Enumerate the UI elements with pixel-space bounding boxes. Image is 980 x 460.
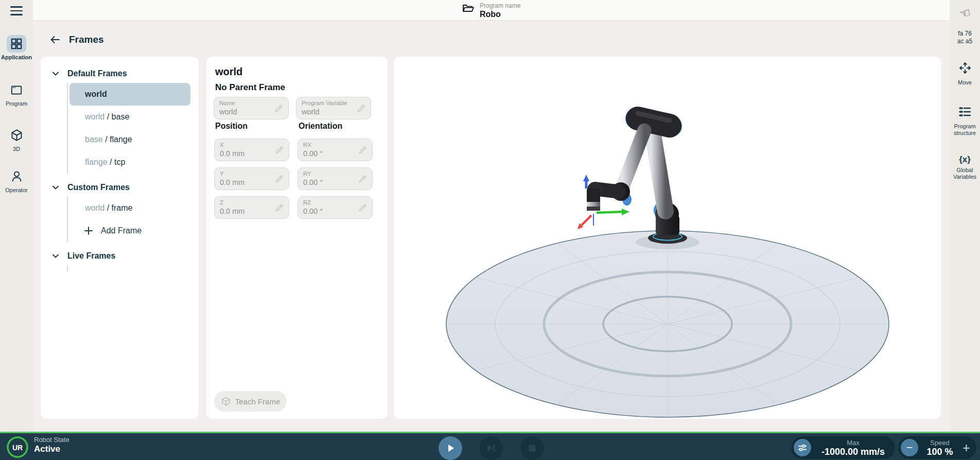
sidebar-item-3d[interactable]: 3D	[0, 126, 33, 152]
tcp-y-axis-arrow	[622, 209, 629, 215]
robot-3d-viewport[interactable]	[394, 57, 941, 419]
sidebar-item-label: Operator	[0, 187, 33, 193]
edit-pencil-icon	[358, 145, 368, 155]
sidebar-item-operator[interactable]: Operator	[0, 167, 33, 193]
panel-tab-global-variables[interactable]: {x} Global Variables	[950, 155, 980, 180]
speed-value: 100 %	[918, 447, 961, 457]
list-structure-icon	[958, 112, 972, 121]
tree-item-world-frame[interactable]: world / frame	[68, 197, 199, 219]
cube-3d-icon	[7, 126, 26, 144]
robot-id-line1: fa 76	[950, 30, 980, 38]
minus-icon: −	[906, 442, 913, 453]
panel-tab-program-structure[interactable]: Program structure	[950, 105, 980, 137]
robot-id-badge: fa 76 ac a5	[950, 30, 980, 45]
operator-person-icon	[7, 167, 26, 185]
sidebar-item-program[interactable]: Program	[0, 81, 33, 107]
robot-state-label: Robot State	[34, 436, 69, 444]
program-name-label: Program name	[480, 2, 520, 9]
hamburger-menu-icon[interactable]	[9, 5, 24, 17]
position-x-field[interactable]: X 0.0 mm	[214, 139, 289, 161]
program-name-value: Robo	[480, 9, 520, 19]
sliders-icon	[797, 442, 808, 453]
program-window-icon	[7, 81, 26, 99]
edit-pencil-icon	[274, 174, 285, 184]
tree-item-world[interactable]: world	[69, 83, 190, 106]
move-arrows-icon	[958, 68, 972, 77]
play-button[interactable]	[439, 436, 462, 460]
edit-pencil-icon	[274, 103, 284, 113]
play-icon	[445, 443, 456, 453]
chevron-down-icon	[51, 183, 60, 192]
svg-text:UR: UR	[12, 444, 23, 452]
ur-logo[interactable]: UR	[6, 436, 29, 460]
bottom-status-bar: UR Robot State Active Max -1000.00 mm/s …	[0, 432, 980, 460]
sidebar-item-label: Program	[0, 100, 33, 107]
page-title: Frames	[69, 34, 104, 45]
freedrive-button[interactable]: ☜	[950, 6, 980, 21]
max-speed-value: -1000.00 mm/s	[811, 447, 895, 457]
left-sidebar: Application Program 3D Operator	[0, 0, 33, 432]
panel-tab-move[interactable]: Move	[950, 61, 980, 86]
panel-tab-label: Move	[950, 79, 980, 86]
sidebar-item-application[interactable]: Application	[0, 35, 33, 60]
panel-tab-label: Global Variables	[950, 167, 980, 180]
step-forward-button[interactable]	[479, 436, 503, 460]
speed-increase-button[interactable]: +	[962, 440, 970, 456]
edit-pencil-icon	[358, 202, 368, 213]
orientation-heading: Orientation	[299, 122, 342, 131]
panel-tab-label: Program structure	[950, 123, 980, 137]
hand-freedrive-icon: ☜	[958, 5, 972, 22]
name-field[interactable]: Name world	[214, 97, 289, 120]
speed-decrease-button[interactable]: −	[901, 439, 918, 456]
max-label: Max	[811, 439, 895, 447]
speed-control: − Speed 100 % +	[898, 436, 976, 459]
tree-item-world-base[interactable]: world / base	[68, 106, 199, 128]
program-variable-field[interactable]: Program Variable world	[296, 97, 371, 120]
max-speed-control: Max -1000.00 mm/s	[791, 436, 895, 459]
edit-pencil-icon	[358, 174, 368, 184]
robot-id-line2: ac a5	[950, 38, 980, 45]
edit-pencil-icon	[356, 103, 366, 113]
teach-frame-button[interactable]: Teach Frame	[214, 391, 287, 412]
right-sidebar: ☜ fa 76 ac a5 Move Program structure {x}…	[950, 0, 980, 432]
robot-arm	[587, 110, 699, 249]
orientation-rz-field[interactable]: RZ 0.00 °	[297, 196, 373, 219]
tree-item-base-flange[interactable]: base / flange	[68, 128, 199, 151]
position-heading: Position	[215, 122, 248, 131]
world-grid-disc	[446, 231, 889, 417]
edit-pencil-icon	[274, 145, 285, 155]
frames-tree-panel: Default Frames world world / base base /…	[41, 57, 199, 419]
speed-settings-button[interactable]	[794, 439, 811, 456]
speed-label: Speed	[918, 439, 961, 447]
chevron-down-icon	[51, 69, 60, 78]
edit-pencil-icon	[274, 202, 285, 213]
orientation-rx-field[interactable]: RX 0.00 °	[297, 139, 373, 161]
program-name-block[interactable]: Program name Robo	[462, 2, 520, 19]
frame-detail-panel: world No Parent Frame Name world Program…	[206, 57, 388, 419]
stop-icon	[527, 443, 537, 453]
frame-title: world	[215, 66, 242, 78]
parent-frame-status: No Parent Frame	[215, 82, 285, 93]
plus-icon	[83, 226, 94, 236]
stop-button[interactable]	[520, 436, 544, 460]
back-button[interactable]	[48, 33, 62, 46]
position-z-field[interactable]: Z 0.0 mm	[214, 196, 289, 219]
tcp-z-axis-arrow	[583, 175, 589, 181]
tree-item-flange-tcp[interactable]: flange / tcp	[68, 151, 199, 174]
application-grid-icon	[7, 35, 26, 53]
orientation-ry-field[interactable]: RY 0.00 °	[297, 167, 373, 190]
robot-state-block[interactable]: Robot State Active	[34, 436, 69, 454]
tree-section-custom-frames[interactable]: Custom Frames	[41, 178, 199, 197]
robot-3d-scene	[394, 57, 941, 419]
add-frame-button[interactable]: Add Frame	[68, 219, 199, 242]
robot-state-value: Active	[34, 444, 69, 454]
sidebar-item-label: Application	[0, 54, 33, 60]
curly-braces-x-icon: {x}	[959, 155, 971, 164]
chevron-down-icon	[51, 251, 60, 261]
tree-section-live-frames[interactable]: Live Frames	[41, 246, 199, 265]
sidebar-item-label: 3D	[0, 146, 33, 152]
tree-section-default-frames[interactable]: Default Frames	[41, 64, 199, 83]
position-y-field[interactable]: Y 0.0 mm	[214, 167, 289, 190]
step-forward-icon	[485, 442, 497, 454]
folder-open-icon	[462, 2, 475, 16]
